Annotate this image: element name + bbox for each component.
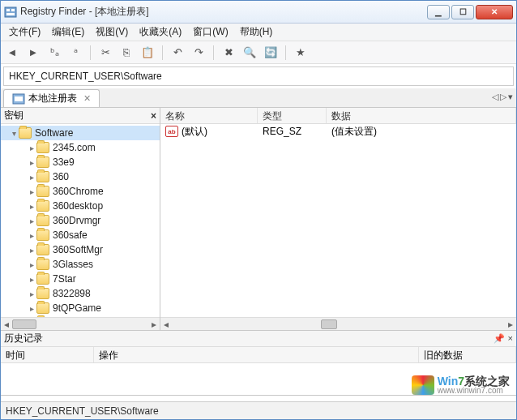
menu-view[interactable]: 视图(V) bbox=[91, 24, 133, 41]
menu-edit[interactable]: 编辑(E) bbox=[47, 24, 89, 41]
menu-file[interactable]: 文件(F) bbox=[4, 24, 45, 41]
history-body[interactable] bbox=[1, 363, 516, 395]
expander-icon[interactable]: ▸ bbox=[27, 187, 36, 196]
tree-node[interactable]: ▸9tQPGame bbox=[1, 301, 160, 315]
folder-icon bbox=[36, 215, 49, 226]
col-type[interactable]: 类型 bbox=[258, 108, 327, 123]
hcol-old[interactable]: 旧的数据 bbox=[419, 347, 516, 362]
folder-icon bbox=[36, 244, 49, 255]
find-icon[interactable]: 🔍 bbox=[241, 45, 258, 61]
close-button[interactable] bbox=[476, 5, 513, 19]
tree-node[interactable]: ▸3Glasses bbox=[1, 257, 160, 272]
tree-pane: 密钥 × ▾Software▸2345.com▸33e9▸360▸360Chro… bbox=[1, 108, 160, 330]
scroll-thumb[interactable] bbox=[12, 319, 36, 329]
menu-window[interactable]: 窗口(W) bbox=[188, 24, 233, 41]
favorite-icon[interactable]: ★ bbox=[293, 45, 309, 61]
address-bar[interactable]: HKEY_CURRENT_USER\Software bbox=[3, 66, 514, 86]
tree-header: 密钥 × bbox=[1, 108, 160, 124]
folder-icon bbox=[36, 200, 49, 212]
tree-node[interactable]: ▸360SoftMgr bbox=[1, 242, 160, 257]
toolbar: ◄ ► ᵇₐ ᵃ ✂ ⎘ 📋 ↶ ↷ ✖ 🔍 🔄 ★ bbox=[1, 41, 516, 64]
hcol-op[interactable]: 操作 bbox=[94, 347, 419, 362]
tree-node[interactable]: ▸360safe bbox=[1, 228, 160, 242]
tab-local-registry[interactable]: 本地注册表 ✕ bbox=[3, 89, 100, 107]
tree-hscroll[interactable]: ◂ ▸ bbox=[1, 317, 160, 330]
history-header-label: 历史记录 bbox=[4, 332, 43, 345]
node-label: 360desktop bbox=[53, 200, 103, 212]
toolbar-separator bbox=[213, 45, 214, 60]
folder-icon bbox=[19, 127, 32, 139]
expander-icon[interactable]: ▸ bbox=[27, 304, 36, 313]
folder-icon bbox=[36, 229, 49, 241]
expander-icon[interactable]: ▾ bbox=[9, 129, 19, 138]
text-size-small-icon[interactable]: ᵃ bbox=[67, 45, 83, 61]
tab-next-icon[interactable]: ▷ bbox=[500, 92, 506, 102]
expander-icon[interactable]: ▸ bbox=[27, 260, 36, 269]
forward-button[interactable]: ► bbox=[25, 45, 41, 61]
node-label: 360 bbox=[53, 171, 69, 182]
tab-list-icon[interactable]: ▾ bbox=[508, 92, 513, 102]
back-button[interactable]: ◄ bbox=[4, 45, 20, 61]
minimize-button[interactable] bbox=[427, 5, 450, 19]
maximize-button[interactable] bbox=[451, 5, 474, 19]
node-label: 2345.com bbox=[53, 142, 96, 153]
string-value-icon: ab bbox=[165, 126, 178, 137]
copy-icon[interactable]: ⎘ bbox=[118, 45, 135, 61]
replace-icon[interactable]: 🔄 bbox=[263, 45, 279, 61]
tree-node[interactable]: ▸360desktop bbox=[1, 199, 160, 213]
tree-node[interactable]: ▸7Star bbox=[1, 272, 160, 286]
registry-tree[interactable]: ▾Software▸2345.com▸33e9▸360▸360Chrome▸36… bbox=[1, 124, 160, 317]
folder-icon bbox=[36, 156, 49, 168]
expander-icon[interactable]: ▸ bbox=[27, 246, 36, 255]
svg-rect-5 bbox=[15, 96, 23, 101]
scroll-right-icon[interactable]: ▸ bbox=[148, 319, 160, 330]
values-list[interactable]: ab(默认)REG_SZ(值未设置) bbox=[160, 124, 516, 317]
scroll-left-icon[interactable]: ◂ bbox=[1, 319, 12, 330]
expander-icon[interactable]: ▸ bbox=[27, 275, 36, 284]
hcol-time[interactable]: 时间 bbox=[1, 347, 94, 362]
redo-icon[interactable]: ↷ bbox=[190, 45, 207, 61]
toolbar-separator bbox=[162, 45, 163, 60]
window-title: Registry Finder - [本地注册表] bbox=[20, 5, 427, 19]
node-label: 8322898 bbox=[53, 288, 91, 299]
tab-close-icon[interactable]: ✕ bbox=[83, 93, 91, 104]
scroll-right-icon[interactable]: ▸ bbox=[505, 319, 516, 330]
value-data: (值未设置) bbox=[327, 125, 516, 139]
node-label: Software bbox=[35, 127, 73, 139]
pane-close-icon[interactable]: × bbox=[508, 333, 513, 344]
tree-node[interactable]: ▸8322898 bbox=[1, 286, 160, 301]
values-hscroll[interactable]: ◂ ▸ bbox=[160, 317, 516, 330]
expander-icon[interactable]: ▸ bbox=[27, 202, 36, 211]
delete-icon[interactable]: ✖ bbox=[220, 45, 237, 61]
pin-icon[interactable]: 📌 bbox=[494, 333, 505, 344]
col-name[interactable]: 名称 bbox=[160, 108, 258, 123]
tree-node[interactable]: ▸360Chrome bbox=[1, 184, 160, 199]
expander-icon[interactable]: ▸ bbox=[27, 231, 36, 240]
expander-icon[interactable]: ▸ bbox=[27, 144, 36, 152]
text-size-icon[interactable]: ᵇₐ bbox=[46, 45, 62, 61]
expander-icon[interactable]: ▸ bbox=[27, 289, 36, 298]
pane-close-icon[interactable]: × bbox=[151, 110, 156, 122]
expander-icon[interactable]: ▸ bbox=[27, 158, 36, 167]
paste-icon[interactable]: 📋 bbox=[139, 45, 156, 61]
undo-icon[interactable]: ↶ bbox=[169, 45, 186, 61]
menu-favorites[interactable]: 收藏夹(A) bbox=[135, 24, 186, 41]
scroll-left-icon[interactable]: ◂ bbox=[160, 319, 172, 330]
expander-icon[interactable]: ▸ bbox=[27, 216, 36, 225]
tree-node[interactable]: ▸33e9 bbox=[1, 155, 160, 169]
col-data[interactable]: 数据 bbox=[327, 108, 516, 123]
tree-node[interactable]: ▸2345.com bbox=[1, 140, 160, 155]
tab-nav: ◁ ▷ ▾ bbox=[492, 92, 513, 102]
tree-node[interactable]: ▸360 bbox=[1, 169, 160, 184]
tree-node[interactable]: ▸360Drvmgr bbox=[1, 213, 160, 228]
main-area: 密钥 × ▾Software▸2345.com▸33e9▸360▸360Chro… bbox=[1, 108, 516, 331]
cut-icon[interactable]: ✂ bbox=[97, 45, 113, 61]
menu-help[interactable]: 帮助(H) bbox=[235, 24, 278, 41]
values-header: 名称 类型 数据 bbox=[160, 108, 516, 124]
history-pane: 历史记录 📌 × 时间 操作 旧的数据 bbox=[1, 331, 516, 396]
scroll-thumb[interactable] bbox=[321, 319, 337, 329]
value-row[interactable]: ab(默认)REG_SZ(值未设置) bbox=[160, 124, 516, 139]
expander-icon[interactable]: ▸ bbox=[27, 173, 36, 182]
tab-prev-icon[interactable]: ◁ bbox=[492, 92, 498, 102]
tree-node-root[interactable]: ▾Software bbox=[1, 126, 160, 140]
